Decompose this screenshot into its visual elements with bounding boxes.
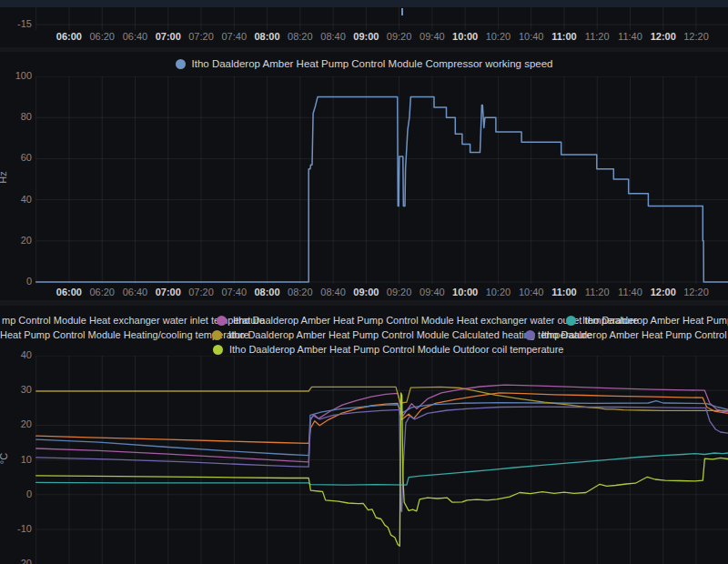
time-tick-label: 11:20 (585, 287, 610, 297)
legend-color-dot (525, 330, 535, 340)
time-tick-label: 09:40 (420, 31, 445, 42)
time-tick-label: 07:40 (221, 287, 247, 297)
time-tick-label: 11:40 (618, 31, 642, 42)
time-tick-label: 10:40 (519, 31, 544, 42)
time-tick-label: 11:40 (618, 287, 642, 297)
legend-item-temperature-series[interactable]: Itho Daalderop Amber Heat Pump Control M… (525, 327, 728, 342)
series-line (36, 97, 728, 282)
time-tick-label: 08:00 (254, 287, 279, 297)
time-tick-label: 12:00 (651, 287, 676, 297)
time-tick-label: 07:40 (221, 31, 247, 42)
time-tick-label: 11:20 (585, 31, 610, 42)
time-tick-label: 07:00 (156, 287, 181, 297)
grafana-dashboard: -15 06:0006:2006:4007:0007:2007:4008:000… (0, 0, 728, 564)
top-panel-time-axis: 06:0006:2006:4007:0007:2007:4008:0008:20… (0, 31, 728, 44)
top-panel-plot-remnant[interactable] (0, 7, 728, 30)
compressor-panel: Itho Daalderop Amber Heat Pump Control M… (0, 52, 728, 300)
time-tick-label: 12:00 (651, 31, 676, 42)
legend-item-temperature-series[interactable]: Itho Daalderop Amber Heat Pump Control M… (213, 342, 563, 357)
legend-item-temperature-series[interactable]: Itho Daalderop Amber Heat Pump Control (566, 313, 728, 327)
legend-color-dot (213, 345, 223, 355)
partial-series-marker (401, 8, 403, 15)
time-tick-label: 12:20 (683, 31, 709, 42)
series-line (36, 393, 728, 443)
time-tick-label: 10:20 (486, 31, 511, 42)
legend-label: Itho Daalderop Amber Heat Pump Control (582, 315, 728, 326)
legend-color-dot (566, 316, 576, 326)
legend-color-dot (176, 59, 186, 69)
legend-color-dot (212, 330, 222, 340)
time-tick-label: 06:40 (123, 287, 148, 297)
time-tick-label: 08:20 (288, 31, 313, 42)
temperature-panel: mp Control Module Heat exchanger water i… (0, 306, 728, 564)
time-tick-label: 09:00 (353, 287, 379, 297)
time-tick-label: 08:00 (254, 31, 279, 42)
time-tick-label: 11:00 (551, 287, 577, 297)
time-tick-label: 07:20 (188, 287, 214, 297)
time-tick-label: 10:00 (452, 287, 478, 297)
legend-color-dot (217, 316, 227, 326)
legend-item-compressor-working-speed[interactable]: Itho Daalderop Amber Heat Pump Control M… (176, 58, 553, 69)
compressor-chart[interactable] (0, 76, 728, 284)
time-tick-label: 08:40 (320, 31, 346, 42)
time-tick-label: 08:40 (320, 287, 346, 297)
compressor-legend: Itho Daalderop Amber Heat Pump Control M… (0, 56, 728, 71)
series-line (36, 401, 728, 456)
temperature-chart[interactable] (0, 356, 728, 564)
time-tick-label: 07:20 (188, 31, 214, 42)
time-tick-label: 06:20 (89, 31, 115, 42)
time-tick-label: 09:00 (353, 31, 379, 42)
series-line (36, 393, 728, 546)
time-tick-label: 06:00 (56, 31, 82, 42)
time-tick-label: 11:00 (551, 31, 577, 42)
time-tick-label: 12:20 (683, 287, 709, 297)
series-line (36, 453, 728, 485)
legend-label: Itho Daalderop Amber Heat Pump Control M… (541, 329, 728, 340)
time-tick-label: 06:00 (56, 287, 82, 297)
time-tick-label: 06:40 (123, 31, 148, 42)
time-tick-label: 10:20 (486, 287, 511, 297)
compressor-time-axis: 06:0006:2006:4007:0007:2007:4008:0008:20… (0, 287, 728, 299)
time-tick-label: 07:00 (156, 31, 181, 42)
legend-label: Itho Daalderop Amber Heat Pump Control M… (192, 58, 553, 69)
time-tick-label: 10:40 (519, 287, 544, 297)
time-tick-label: 08:20 (288, 287, 313, 297)
time-tick-label: 06:20 (89, 287, 115, 297)
time-tick-label: 09:40 (420, 287, 445, 297)
time-tick-label: 09:20 (387, 31, 412, 42)
cropped-panel-above: -15 06:0006:2006:4007:0007:2007:4008:000… (0, 0, 728, 47)
time-tick-label: 10:00 (452, 31, 478, 42)
legend-label: Itho Daalderop Amber Heat Pump Control M… (229, 344, 563, 355)
top-panel-y-tick: -15 (0, 18, 32, 29)
series-line (36, 407, 728, 511)
top-panel-strip (0, 0, 728, 7)
time-tick-label: 09:20 (387, 287, 412, 297)
